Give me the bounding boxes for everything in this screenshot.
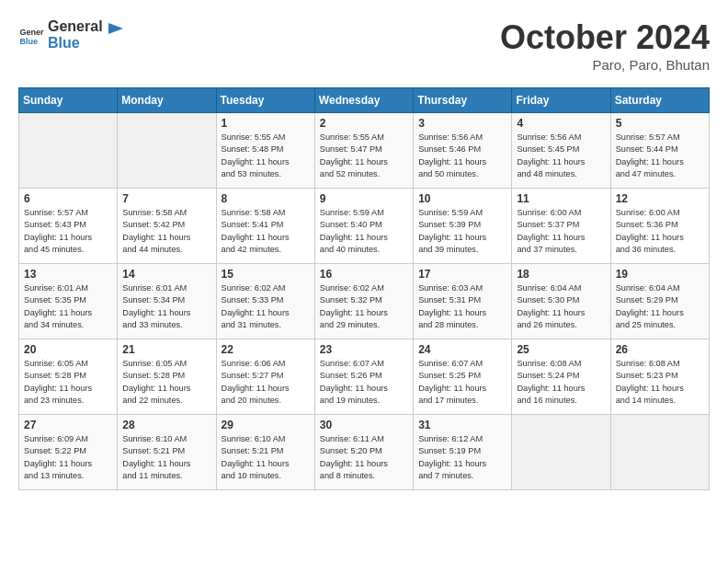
- day-number: 16: [320, 268, 408, 281]
- header-row: SundayMondayTuesdayWednesdayThursdayFrid…: [19, 88, 710, 113]
- header-day-saturday: Saturday: [610, 88, 709, 113]
- calendar-cell: 9Sunrise: 5:59 AM Sunset: 5:40 PM Daylig…: [314, 189, 413, 264]
- header-day-wednesday: Wednesday: [314, 88, 413, 113]
- calendar-cell: 22Sunrise: 6:06 AM Sunset: 5:27 PM Dayli…: [216, 339, 314, 415]
- day-number: 15: [222, 268, 310, 281]
- day-number: 5: [616, 117, 704, 130]
- week-row-2: 13Sunrise: 6:01 AM Sunset: 5:35 PM Dayli…: [19, 264, 710, 339]
- day-number: 14: [122, 268, 210, 281]
- day-number: 23: [320, 343, 408, 356]
- calendar-cell: 7Sunrise: 5:58 AM Sunset: 5:42 PM Daylig…: [118, 189, 216, 264]
- calendar-cell: 16Sunrise: 6:02 AM Sunset: 5:32 PM Dayli…: [314, 264, 413, 339]
- day-info: Sunrise: 6:00 AM Sunset: 5:37 PM Dayligh…: [517, 207, 605, 256]
- calendar-cell: [118, 113, 216, 189]
- day-info: Sunrise: 6:10 AM Sunset: 5:21 PM Dayligh…: [222, 433, 310, 482]
- month-title: October 2024: [500, 18, 710, 57]
- day-number: 24: [418, 343, 506, 356]
- calendar-cell: [610, 415, 709, 490]
- calendar-cell: 6Sunrise: 5:57 AM Sunset: 5:43 PM Daylig…: [19, 189, 118, 264]
- day-info: Sunrise: 6:02 AM Sunset: 5:32 PM Dayligh…: [320, 282, 408, 331]
- calendar-header: SundayMondayTuesdayWednesdayThursdayFrid…: [19, 88, 710, 113]
- calendar-cell: 21Sunrise: 6:05 AM Sunset: 5:28 PM Dayli…: [118, 339, 216, 415]
- day-info: Sunrise: 6:03 AM Sunset: 5:31 PM Dayligh…: [418, 282, 506, 331]
- day-info: Sunrise: 6:08 AM Sunset: 5:24 PM Dayligh…: [517, 358, 605, 407]
- day-info: Sunrise: 6:02 AM Sunset: 5:33 PM Dayligh…: [222, 282, 310, 331]
- logo-blue: Blue: [48, 35, 103, 52]
- day-number: 19: [616, 268, 704, 281]
- day-info: Sunrise: 6:05 AM Sunset: 5:28 PM Dayligh…: [24, 358, 112, 407]
- day-info: Sunrise: 5:56 AM Sunset: 5:46 PM Dayligh…: [418, 132, 506, 180]
- day-info: Sunrise: 5:56 AM Sunset: 5:45 PM Dayligh…: [517, 132, 605, 180]
- day-info: Sunrise: 5:58 AM Sunset: 5:41 PM Dayligh…: [222, 207, 310, 256]
- calendar-body: 1Sunrise: 5:55 AM Sunset: 5:48 PM Daylig…: [19, 113, 710, 490]
- calendar-cell: 2Sunrise: 5:55 AM Sunset: 5:47 PM Daylig…: [314, 113, 413, 189]
- calendar-cell: 30Sunrise: 6:11 AM Sunset: 5:20 PM Dayli…: [314, 415, 413, 490]
- calendar-cell: 23Sunrise: 6:07 AM Sunset: 5:26 PM Dayli…: [314, 339, 413, 415]
- header-day-friday: Friday: [512, 88, 610, 113]
- title-block: October 2024 Paro, Paro, Bhutan: [500, 18, 710, 73]
- day-info: Sunrise: 5:55 AM Sunset: 5:48 PM Dayligh…: [222, 132, 310, 180]
- calendar-cell: 17Sunrise: 6:03 AM Sunset: 5:31 PM Dayli…: [414, 264, 512, 339]
- calendar-cell: 11Sunrise: 6:00 AM Sunset: 5:37 PM Dayli…: [512, 189, 610, 264]
- day-number: 4: [517, 117, 605, 130]
- svg-text:General: General: [19, 28, 44, 37]
- logo-general: General: [48, 18, 103, 35]
- week-row-1: 6Sunrise: 5:57 AM Sunset: 5:43 PM Daylig…: [19, 189, 710, 264]
- day-info: Sunrise: 6:08 AM Sunset: 5:23 PM Dayligh…: [616, 358, 704, 407]
- calendar-cell: 25Sunrise: 6:08 AM Sunset: 5:24 PM Dayli…: [512, 339, 610, 415]
- calendar-table: SundayMondayTuesdayWednesdayThursdayFrid…: [18, 87, 710, 490]
- day-number: 11: [517, 192, 605, 205]
- location: Paro, Paro, Bhutan: [500, 57, 710, 73]
- day-info: Sunrise: 6:04 AM Sunset: 5:29 PM Dayligh…: [616, 282, 704, 331]
- day-info: Sunrise: 6:11 AM Sunset: 5:20 PM Dayligh…: [320, 433, 408, 482]
- day-number: 13: [24, 268, 112, 281]
- calendar-cell: 5Sunrise: 5:57 AM Sunset: 5:44 PM Daylig…: [610, 113, 709, 189]
- day-number: 30: [320, 419, 408, 431]
- day-info: Sunrise: 5:58 AM Sunset: 5:42 PM Dayligh…: [122, 207, 210, 256]
- day-number: 22: [222, 343, 310, 356]
- day-info: Sunrise: 6:06 AM Sunset: 5:27 PM Dayligh…: [222, 358, 310, 407]
- week-row-3: 20Sunrise: 6:05 AM Sunset: 5:28 PM Dayli…: [19, 339, 710, 415]
- calendar-cell: 15Sunrise: 6:02 AM Sunset: 5:33 PM Dayli…: [216, 264, 314, 339]
- day-number: 8: [222, 192, 310, 205]
- day-info: Sunrise: 6:00 AM Sunset: 5:36 PM Dayligh…: [616, 207, 704, 256]
- calendar-cell: 31Sunrise: 6:12 AM Sunset: 5:19 PM Dayli…: [414, 415, 512, 490]
- day-number: 1: [222, 117, 310, 130]
- day-number: 27: [24, 419, 112, 431]
- calendar-cell: 28Sunrise: 6:10 AM Sunset: 5:21 PM Dayli…: [118, 415, 216, 490]
- calendar-cell: 27Sunrise: 6:09 AM Sunset: 5:22 PM Dayli…: [19, 415, 118, 490]
- day-number: 9: [320, 192, 408, 205]
- day-number: 10: [418, 192, 506, 205]
- day-number: 21: [122, 343, 210, 356]
- day-info: Sunrise: 6:10 AM Sunset: 5:21 PM Dayligh…: [122, 433, 210, 482]
- svg-marker-3: [108, 23, 123, 34]
- page-header: General Blue General Blue October 2024 P…: [18, 18, 710, 73]
- day-info: Sunrise: 5:57 AM Sunset: 5:44 PM Dayligh…: [616, 132, 704, 180]
- calendar-cell: 14Sunrise: 6:01 AM Sunset: 5:34 PM Dayli…: [118, 264, 216, 339]
- day-number: 7: [122, 192, 210, 205]
- day-info: Sunrise: 6:09 AM Sunset: 5:22 PM Dayligh…: [24, 433, 112, 482]
- calendar-cell: [512, 415, 610, 490]
- calendar-cell: 4Sunrise: 5:56 AM Sunset: 5:45 PM Daylig…: [512, 113, 610, 189]
- header-day-monday: Monday: [118, 88, 216, 113]
- week-row-0: 1Sunrise: 5:55 AM Sunset: 5:48 PM Daylig…: [19, 113, 710, 189]
- day-number: 31: [418, 419, 506, 431]
- day-number: 25: [517, 343, 605, 356]
- calendar-cell: 12Sunrise: 6:00 AM Sunset: 5:36 PM Dayli…: [610, 189, 709, 264]
- day-info: Sunrise: 5:57 AM Sunset: 5:43 PM Dayligh…: [24, 207, 112, 256]
- day-number: 12: [616, 192, 704, 205]
- logo-icon: General Blue: [18, 22, 44, 48]
- day-info: Sunrise: 6:04 AM Sunset: 5:30 PM Dayligh…: [517, 282, 605, 331]
- logo-flag-icon: [107, 21, 125, 49]
- calendar-cell: 18Sunrise: 6:04 AM Sunset: 5:30 PM Dayli…: [512, 264, 610, 339]
- header-day-sunday: Sunday: [19, 88, 118, 113]
- calendar-cell: 19Sunrise: 6:04 AM Sunset: 5:29 PM Dayli…: [610, 264, 709, 339]
- day-number: 26: [616, 343, 704, 356]
- day-info: Sunrise: 6:07 AM Sunset: 5:26 PM Dayligh…: [320, 358, 408, 407]
- header-day-thursday: Thursday: [414, 88, 512, 113]
- calendar-cell: 8Sunrise: 5:58 AM Sunset: 5:41 PM Daylig…: [216, 189, 314, 264]
- calendar-cell: 26Sunrise: 6:08 AM Sunset: 5:23 PM Dayli…: [610, 339, 709, 415]
- calendar-cell: 13Sunrise: 6:01 AM Sunset: 5:35 PM Dayli…: [19, 264, 118, 339]
- day-info: Sunrise: 6:01 AM Sunset: 5:35 PM Dayligh…: [24, 282, 112, 331]
- day-info: Sunrise: 6:07 AM Sunset: 5:25 PM Dayligh…: [418, 358, 506, 407]
